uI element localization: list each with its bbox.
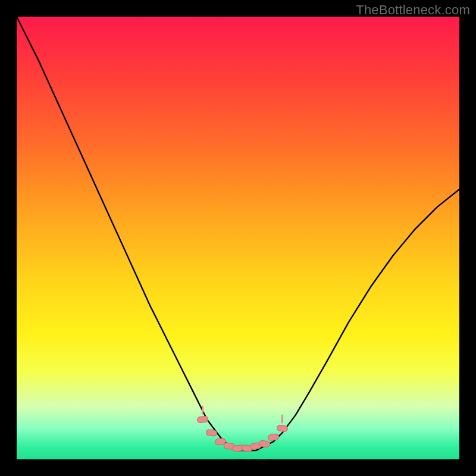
bottleneck-curve — [17, 17, 459, 450]
plot-frame — [17, 17, 459, 459]
watermark-text: TheBottleneck.com — [356, 2, 470, 18]
bottleneck-chart-svg — [17, 17, 459, 459]
marker-point — [197, 416, 208, 423]
marker-point — [268, 434, 279, 441]
marker-point — [277, 425, 288, 432]
highlight-markers — [197, 406, 288, 452]
